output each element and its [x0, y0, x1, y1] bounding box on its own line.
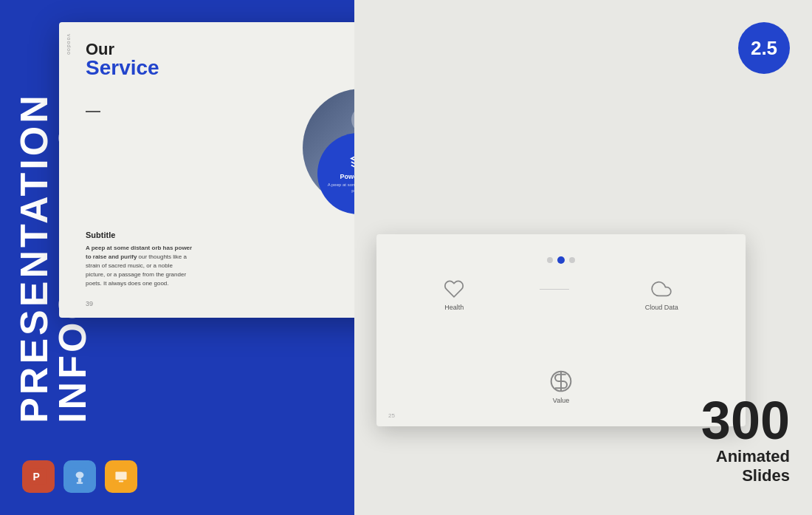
bottom-app-icons: P — [22, 460, 137, 493]
svg-text:P: P — [32, 471, 39, 482]
cloud-data-icon — [651, 279, 672, 299]
version-badge: 2.5 — [738, 22, 790, 74]
dot-2-active — [557, 256, 565, 264]
health-label: Health — [444, 304, 464, 311]
slide-brand: voodoo — [66, 34, 72, 55]
svg-rect-11 — [77, 482, 83, 484]
powerpoint-label: Powerpoint — [340, 173, 355, 180]
slide-preview-container: voodoo Our Service Subtitle A peep at so… — [59, 22, 354, 340]
slides-label: Slides — [701, 466, 790, 485]
layers-icon — [350, 154, 354, 170]
slide-card-main: voodoo Our Service Subtitle A peep at so… — [59, 22, 354, 318]
slides-count: 300 — [701, 394, 790, 447]
slide-page-number: 39 — [86, 300, 93, 307]
secondary-page-number: 25 — [388, 412, 395, 419]
keynote-app-icon[interactable] — [63, 460, 96, 493]
value-icon — [549, 369, 573, 393]
animated-slides-block: 300 Animated Slides — [701, 394, 790, 485]
slide-service: Service — [86, 56, 159, 80]
slide-dash — [86, 111, 100, 112]
keynote-icon — [70, 467, 89, 486]
right-panel: 2.5 Health Cloud Data — [354, 0, 812, 515]
slide-heading: Our Service — [86, 40, 159, 80]
svg-point-0 — [351, 108, 354, 132]
heart-icon — [444, 279, 464, 299]
circles-cluster: Powerpoint A peep at some distant orb ha… — [281, 44, 354, 296]
powerpoint-app-icon[interactable]: P — [22, 460, 55, 493]
svg-marker-3 — [351, 155, 354, 162]
slide-subtitle-block: Subtitle A peep at some distant orb has … — [86, 231, 193, 288]
left-panel: PRESENTATION INFOGRAPHIC voodoo Our Serv… — [0, 0, 354, 515]
svg-rect-10 — [78, 478, 81, 482]
subtitle-text: A peep at some distant orb has power to … — [86, 244, 193, 288]
slides-app-icon[interactable] — [105, 460, 137, 493]
value-icon-item: Value — [549, 369, 573, 404]
svg-rect-13 — [115, 472, 126, 480]
powerpoint-desc: A peep at some distant orb has power. — [317, 183, 354, 194]
slide-dots-row — [547, 256, 575, 264]
health-icon-item: Health — [444, 279, 464, 311]
subtitle-label: Subtitle — [86, 231, 193, 239]
svg-rect-14 — [119, 480, 124, 482]
svg-point-9 — [76, 472, 84, 479]
dot-1 — [547, 257, 553, 263]
cloud-data-label: Cloud Data — [645, 304, 678, 311]
slide-card-secondary: Health Cloud Data Value 25 — [376, 234, 746, 426]
ppt-icon: P — [29, 467, 48, 486]
cloud-data-icon-item: Cloud Data — [645, 279, 678, 311]
dot-3 — [569, 257, 575, 263]
slides-icon — [111, 467, 131, 486]
value-label: Value — [553, 397, 569, 404]
